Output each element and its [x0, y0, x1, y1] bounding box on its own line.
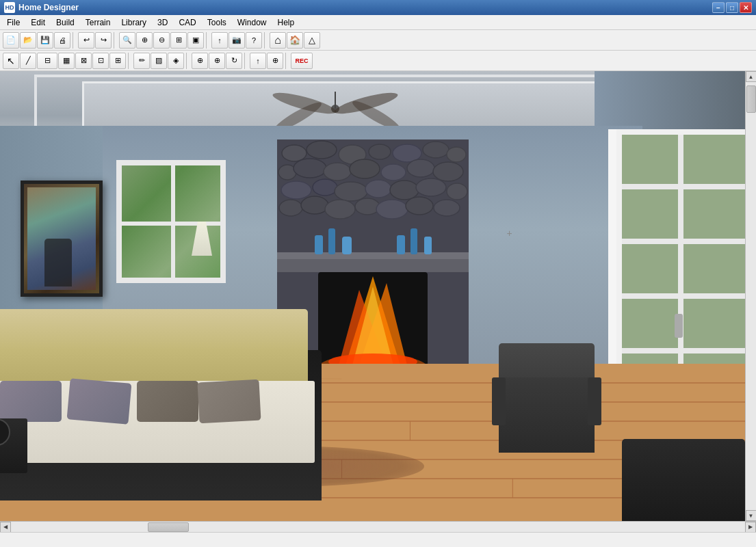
- select-tool-button[interactable]: ↖: [3, 53, 19, 69]
- draw-line-button[interactable]: ╱: [20, 53, 36, 69]
- fit-button[interactable]: ⊞: [170, 32, 187, 49]
- left-window-1: [116, 160, 226, 283]
- svg-point-34: [313, 179, 337, 196]
- svg-point-40: [279, 200, 302, 216]
- menu-item-build[interactable]: Build: [51, 15, 80, 29]
- menu-item-file[interactable]: File: [1, 15, 25, 29]
- svg-point-35: [335, 182, 367, 201]
- svg-rect-48: [277, 252, 469, 259]
- zoom-in-button[interactable]: ⊕: [136, 32, 153, 49]
- new-button[interactable]: 📄: [3, 32, 19, 49]
- room-tool-button[interactable]: ▦: [58, 53, 75, 69]
- app-title: Home Designer: [18, 3, 79, 12]
- close-button[interactable]: ✕: [740, 2, 752, 13]
- svg-point-33: [281, 181, 311, 199]
- toolbar-1: 📄 📂 💾 🖨 ↩ ↪ 🔍 ⊕ ⊖ ⊞ ▣ ↑ 📷 ? ⌂ 🏠 △: [0, 30, 756, 51]
- window-controls: − □ ✕: [712, 2, 752, 13]
- svg-point-31: [407, 159, 434, 177]
- plan-view-button[interactable]: ⌂: [270, 32, 286, 49]
- redo-button[interactable]: ↪: [95, 32, 112, 49]
- svg-point-46: [434, 200, 460, 216]
- save-button[interactable]: 💾: [37, 32, 53, 49]
- wall-artwork: [21, 181, 103, 297]
- scrollbar-bottom: ◀ ▶: [0, 521, 756, 532]
- pillow-4: [197, 379, 261, 424]
- scroll-thumb-vertical[interactable]: [746, 85, 756, 113]
- 3d-button[interactable]: △: [304, 32, 320, 49]
- camera-button[interactable]: 📷: [229, 32, 245, 49]
- sep-t4: [285, 53, 289, 69]
- svg-point-30: [381, 164, 406, 181]
- status-bar: [0, 532, 756, 547]
- svg-point-37: [390, 181, 419, 200]
- help-button[interactable]: ?: [246, 32, 262, 49]
- menu-item-terrain[interactable]: Terrain: [80, 15, 116, 29]
- sep-2: [114, 32, 117, 49]
- place-object-button[interactable]: ⊕: [192, 53, 208, 69]
- actual-size-button[interactable]: ▣: [187, 32, 204, 49]
- texture-button[interactable]: ▨: [151, 53, 167, 69]
- svg-point-25: [447, 147, 466, 162]
- scatter-button[interactable]: ⊕: [267, 53, 283, 69]
- paint-tool-button[interactable]: ✏: [133, 53, 150, 69]
- record-button[interactable]: REC: [291, 53, 313, 69]
- menu-item-edit[interactable]: Edit: [25, 15, 51, 29]
- menu-item-cad[interactable]: CAD: [173, 15, 201, 29]
- scrollbar-right: ▲ ▼: [745, 71, 756, 521]
- svg-rect-47: [277, 257, 469, 272]
- corner-chair: [622, 439, 745, 521]
- stair-tool-button[interactable]: ⊠: [75, 53, 92, 69]
- armchair-arm-left: [492, 377, 506, 425]
- canvas-area[interactable]: +: [0, 71, 745, 521]
- menu-item-3d[interactable]: 3D: [152, 15, 173, 29]
- svg-point-44: [376, 200, 408, 219]
- menu-item-help[interactable]: Help: [272, 15, 300, 29]
- app-icon: HD: [4, 2, 15, 13]
- zoom-out-button[interactable]: ⊖: [153, 32, 170, 49]
- svg-rect-52: [397, 235, 405, 254]
- svg-point-19: [282, 145, 307, 161]
- material-button[interactable]: ◈: [168, 53, 184, 69]
- maximize-button[interactable]: □: [726, 2, 738, 13]
- move-tool-button[interactable]: ⊕: [209, 53, 225, 69]
- toolbar-2: ↖ ╱ ⊟ ▦ ⊠ ⊡ ⊞ ✏ ▨ ◈ ⊕ ⊕ ↻ ↑ ⊕ REC: [0, 51, 756, 71]
- menu-item-library[interactable]: Library: [116, 15, 152, 29]
- armchair-seat: [499, 377, 595, 453]
- svg-rect-53: [410, 228, 417, 254]
- room-scene: +: [0, 71, 745, 521]
- armchair-arm-right: [588, 377, 601, 425]
- headboard: [0, 309, 308, 391]
- svg-point-20: [307, 141, 337, 159]
- main-area: + ▲ ▼ ◀ ▶: [0, 71, 756, 532]
- scroll-left-button[interactable]: ◀: [0, 522, 11, 533]
- rotate-button[interactable]: ↻: [226, 53, 242, 69]
- scroll-up-button[interactable]: ▲: [746, 71, 757, 82]
- wall-tool-button[interactable]: ⊟: [37, 53, 57, 69]
- scroll-track-vertical[interactable]: [746, 82, 757, 510]
- crosshair-cursor: +: [507, 228, 512, 238]
- scroll-thumb-horizontal[interactable]: [148, 522, 189, 532]
- minimize-button[interactable]: −: [712, 2, 725, 13]
- scroll-right-button[interactable]: ▶: [745, 522, 756, 533]
- door-tool-button[interactable]: ⊡: [92, 53, 109, 69]
- sep-t2: [186, 53, 190, 69]
- elevation-button[interactable]: 🏠: [287, 32, 303, 49]
- menu-item-tools[interactable]: Tools: [202, 15, 232, 29]
- svg-point-29: [350, 159, 380, 178]
- scroll-down-button[interactable]: ▼: [746, 510, 757, 521]
- arrow-up-tool-button[interactable]: ↑: [250, 53, 266, 69]
- svg-point-32: [433, 162, 463, 181]
- svg-point-41: [301, 196, 328, 214]
- armchair: [492, 343, 601, 453]
- window-tool-button[interactable]: ⊞: [109, 53, 126, 69]
- zoom-magnify-button[interactable]: 🔍: [119, 32, 135, 49]
- print-button[interactable]: 🖨: [54, 32, 70, 49]
- svg-point-24: [423, 142, 449, 158]
- svg-point-36: [365, 180, 391, 198]
- undo-button[interactable]: ↩: [78, 32, 94, 49]
- up-arrow-button[interactable]: ↑: [211, 32, 228, 49]
- menu-item-window[interactable]: Window: [232, 15, 272, 29]
- svg-rect-17: [675, 314, 683, 338]
- open-button[interactable]: 📂: [20, 32, 36, 49]
- scroll-track-horizontal[interactable]: [11, 522, 745, 533]
